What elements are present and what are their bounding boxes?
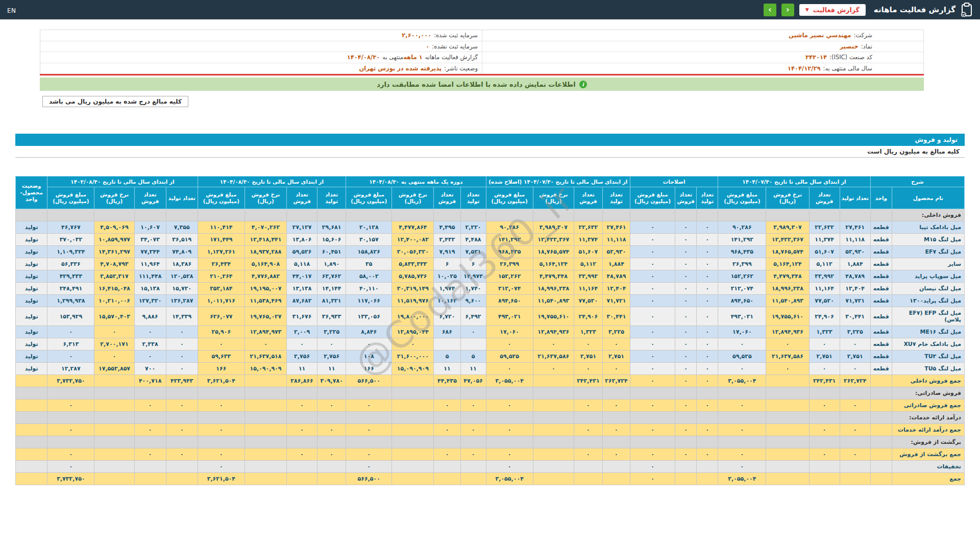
- data-cell: ۴۰,۱۱۰: [346, 283, 392, 295]
- data-cell: ۴,۷۰۸,۷۹۳: [94, 258, 134, 270]
- data-cell: [533, 375, 574, 387]
- info-field: گزارش فعالیت ماهانه۱ ماههمنتهی به۱۴۰۴/۰۸…: [40, 52, 482, 63]
- unit-cell: قطعه: [870, 363, 892, 375]
- unit-cell: [870, 399, 892, 412]
- data-cell: [392, 375, 434, 387]
- status-cell: تولید: [16, 221, 47, 234]
- data-cell: [94, 448, 134, 461]
- group-header: شرح: [870, 177, 964, 187]
- column-header-name: نام محصول: [892, 187, 964, 209]
- data-cell: ۰: [718, 448, 766, 461]
- data-cell: ۰: [697, 424, 718, 436]
- data-cell: ۰: [697, 283, 718, 295]
- data-cell: ۴۶,۷۶۷: [47, 221, 94, 234]
- data-cell: [47, 412, 94, 424]
- data-cell: ۳۶,۹۳۳: [317, 307, 346, 326]
- data-cell: ۱۲,۸۹۴,۹۷۳: [244, 326, 286, 338]
- data-cell: [460, 338, 486, 350]
- data-cell: ۱۱,۵۳۸,۴۶۹: [244, 295, 286, 307]
- data-cell: [602, 412, 630, 424]
- data-cell: ۲۰,۱۲۸: [346, 221, 392, 234]
- data-cell: ۳۰,۴۴۱: [602, 307, 630, 326]
- data-cell: ۱۱,۵۱۹,۹۷۶: [392, 295, 434, 307]
- nav-forward-button[interactable]: ›: [781, 4, 794, 16]
- data-cell: ۶,۷۲۰: [434, 307, 460, 326]
- nav-back-button[interactable]: ‹: [764, 4, 776, 16]
- data-cell: [840, 436, 870, 448]
- data-cell: ۱۴۱,۲۹۲: [486, 234, 533, 246]
- data-cell: ۲,۲۲۰: [460, 221, 486, 234]
- data-cell: ۳۱,۶۷۶: [287, 307, 317, 326]
- data-cell: [486, 412, 533, 424]
- data-cell: ۵,۱۱۲: [574, 258, 602, 270]
- data-cell: [533, 209, 574, 221]
- data-cell: ۰: [47, 350, 94, 363]
- data-cell: ۰: [630, 338, 675, 350]
- data-cell: ۷۷,۵۲۰: [809, 295, 840, 307]
- data-cell: ۰: [47, 326, 94, 338]
- data-cell: ۰: [198, 424, 244, 436]
- data-cell: [602, 209, 630, 221]
- data-cell: ۰: [166, 363, 198, 375]
- data-cell: [460, 461, 486, 473]
- column-header-rate: نرخ فروش (ریال): [766, 187, 809, 209]
- data-cell: ۱۱,۱۱۸: [602, 234, 630, 246]
- data-cell: [94, 412, 134, 424]
- group-header: از ابتدای سال مالی تا تاریخ ۱۴۰۴/۰۷/۳۰: [718, 177, 870, 187]
- report-type-dropdown[interactable]: گزارش فعالیت ▼: [799, 4, 866, 16]
- data-cell: ۱۲,۴۰۴: [602, 283, 630, 295]
- data-cell: [460, 412, 486, 424]
- data-cell: ۵۱,۶۰۷: [809, 246, 840, 258]
- unit-cell: [870, 424, 892, 436]
- data-cell: ۱۱,۱۶۴: [574, 283, 602, 295]
- product-name-cell: میل لنگ M۱۵: [892, 234, 964, 246]
- data-cell: ۱۷,۵۵۲,۸۵۷: [94, 363, 134, 375]
- table-row: جمع۳,۰۵۵,۰۰۴۰۳,۰۵۵,۰۰۴۵۶۶,۵۰۰۳,۶۲۱,۵۰۴۳,…: [16, 473, 965, 485]
- data-cell: ۰: [809, 424, 840, 436]
- table-row: جمع فروش صادراتی۰۰۰۰۰۰۰۰۰۰۰۰۰۰۰۰۰۰: [16, 399, 965, 412]
- data-cell: [840, 461, 870, 473]
- data-cell: ۱۰,۸۵۹,۹۷۷: [94, 234, 134, 246]
- signature-match-notice-text: اطلاعات نمایش داده شده با اطلاعات امضا ش…: [377, 81, 576, 88]
- product-name-cell: میل لنگ TU۳: [892, 350, 964, 363]
- data-cell: ۶: [434, 258, 460, 270]
- language-toggle-en[interactable]: EN: [7, 7, 16, 14]
- data-cell: ۱۶,۴۱۵,۰۴۸: [94, 283, 134, 295]
- product-name-cell: میل لنگ ME۱۶: [892, 326, 964, 338]
- data-cell: [94, 399, 134, 412]
- data-cell: ۳۰,۴۴۱: [840, 307, 870, 326]
- data-cell: [198, 436, 244, 448]
- product-name-cell: فروش داخلی:: [892, 209, 964, 221]
- data-cell: [317, 412, 346, 424]
- data-cell: ۱۰,۱۶۲: [434, 295, 460, 307]
- data-cell: ۰: [486, 338, 533, 350]
- red-divider-line: [40, 74, 924, 76]
- data-cell: [630, 209, 675, 221]
- data-cell: ۳,۰۵۵,۰۰۴: [486, 473, 533, 485]
- data-cell: ۰: [317, 338, 346, 350]
- data-cell: ۲,۳۳۸: [134, 338, 166, 350]
- data-cell: ۰: [198, 448, 244, 461]
- data-cell: ۰: [574, 424, 602, 436]
- data-cell: [766, 375, 809, 387]
- data-cell: ۰: [460, 326, 486, 338]
- data-cell: [94, 436, 134, 448]
- info-field-label: کد صنعت (ISIC):: [829, 54, 872, 61]
- status-cell: تولید: [16, 246, 47, 258]
- data-cell: ۱۳۶,۲۸۷: [166, 295, 198, 307]
- data-cell: ۶۸۶: [434, 326, 460, 338]
- data-cell: [460, 209, 486, 221]
- data-cell: [809, 473, 840, 485]
- data-cell: ۹۶۸,۴۳۵: [718, 246, 766, 258]
- data-cell: [533, 424, 574, 436]
- top-header-bar: گزارش فعالیت ماهانه گزارش فعالیت ▼ › ‹ E…: [0, 0, 980, 19]
- status-cell: [16, 473, 47, 485]
- unit-cell: قطعه: [870, 295, 892, 307]
- data-cell: ۷۷,۲۴۴: [134, 246, 166, 258]
- data-cell: ۰: [630, 448, 675, 461]
- data-cell: ۵,۷۸۵,۷۳۶: [392, 270, 434, 283]
- column-header-count_sale: تعداد فروش: [809, 187, 840, 209]
- data-cell: ۰: [675, 448, 697, 461]
- data-cell: ۵,۱۱۸: [287, 258, 317, 270]
- data-cell: ۰: [47, 461, 94, 473]
